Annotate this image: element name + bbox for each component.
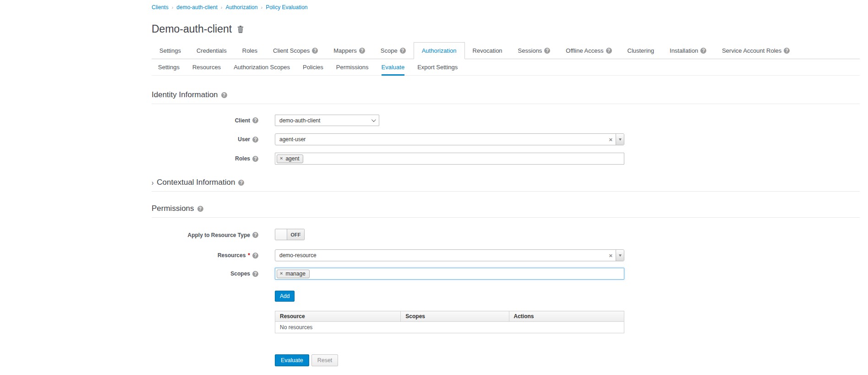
tab-mappers[interactable]: Mappers xyxy=(326,42,373,59)
table-header-row: Resource Scopes Actions xyxy=(275,311,624,322)
breadcrumb-link-clients[interactable]: Clients xyxy=(152,4,169,11)
evaluate-button[interactable]: Evaluate xyxy=(275,354,309,366)
no-resources-text: No resources xyxy=(275,322,624,333)
user-label: User xyxy=(152,136,258,143)
user-field-row: User agent-user xyxy=(152,133,860,145)
breadcrumb: Clients demo-auth-client Authorization P… xyxy=(152,0,860,11)
dropdown-button[interactable] xyxy=(616,134,624,145)
table-header-scopes: Scopes xyxy=(401,311,509,322)
help-icon[interactable] xyxy=(252,137,258,143)
tag-remove-icon[interactable] xyxy=(280,271,283,276)
caret-down-icon xyxy=(619,254,622,257)
policy-evaluation-page: Clients demo-auth-client Authorization P… xyxy=(0,0,868,375)
identity-information-header: Identity Information xyxy=(152,90,860,104)
tab-roles[interactable]: Roles xyxy=(235,42,265,59)
breadcrumb-link-client[interactable]: demo-auth-client xyxy=(176,4,217,11)
subtab-evaluate[interactable]: Evaluate xyxy=(375,59,411,75)
clear-icon[interactable] xyxy=(606,253,616,259)
scopes-field-row: Scopes manage xyxy=(152,268,860,280)
subtab-settings[interactable]: Settings xyxy=(152,59,186,75)
client-tabs: Settings Credentials Roles Client Scopes… xyxy=(152,42,860,59)
clear-icon[interactable] xyxy=(606,137,616,143)
subtab-permissions[interactable]: Permissions xyxy=(330,59,375,75)
roles-taginput[interactable]: agent xyxy=(275,153,624,165)
required-asterisk: * xyxy=(248,252,250,259)
user-combobox[interactable]: agent-user xyxy=(275,133,624,145)
role-tag-label: agent xyxy=(285,155,299,162)
breadcrumb-link-authorization[interactable]: Authorization xyxy=(225,4,257,11)
table-header-resource: Resource xyxy=(275,311,401,322)
apply-resource-type-toggle[interactable]: OFF xyxy=(275,229,305,240)
subtab-policies[interactable]: Policies xyxy=(296,59,330,75)
apply-resource-type-row: Apply to Resource Type OFF xyxy=(152,229,860,241)
page-title-text: Demo-auth-client xyxy=(152,23,232,35)
help-icon[interactable] xyxy=(252,271,258,277)
breadcrumb-separator-icon xyxy=(221,5,223,10)
tab-settings[interactable]: Settings xyxy=(152,42,189,59)
tab-sessions[interactable]: Sessions xyxy=(510,42,558,59)
breadcrumb-link-policy-evaluation[interactable]: Policy Evaluation xyxy=(266,4,307,11)
subtab-resources[interactable]: Resources xyxy=(186,59,227,75)
client-select-value: demo-auth-client xyxy=(279,117,320,124)
help-icon[interactable] xyxy=(221,92,227,98)
help-icon[interactable] xyxy=(252,253,258,259)
help-icon[interactable] xyxy=(544,48,550,54)
apply-resource-type-label: Apply to Resource Type xyxy=(152,232,258,238)
help-icon[interactable] xyxy=(197,206,203,212)
help-icon[interactable] xyxy=(252,117,258,123)
contextual-information-title: Contextual Information xyxy=(157,178,235,187)
help-icon[interactable] xyxy=(700,48,706,54)
contextual-information-header[interactable]: Contextual Information xyxy=(152,178,860,192)
resources-table: Resource Scopes Actions No resources xyxy=(275,311,624,333)
scopes-taginput[interactable]: manage xyxy=(275,268,624,280)
tab-credentials[interactable]: Credentials xyxy=(189,42,235,59)
help-icon[interactable] xyxy=(252,232,258,238)
permissions-title: Permissions xyxy=(152,204,194,213)
client-select[interactable]: demo-auth-client xyxy=(275,115,379,126)
resources-label: Resources * xyxy=(152,252,258,259)
breadcrumb-separator-icon xyxy=(261,5,262,10)
tag-remove-icon[interactable] xyxy=(280,156,283,161)
tab-client-scopes[interactable]: Client Scopes xyxy=(265,42,326,59)
delete-client-button[interactable] xyxy=(237,26,244,33)
toggle-state-label: OFF xyxy=(287,229,304,240)
roles-field-row: Roles agent xyxy=(152,153,860,165)
table-header-actions: Actions xyxy=(509,311,624,322)
identity-information-title: Identity Information xyxy=(152,90,218,99)
resources-field-row: Resources * demo-resource xyxy=(152,249,860,261)
subtab-export-settings[interactable]: Export Settings xyxy=(411,59,464,75)
caret-down-icon xyxy=(619,138,622,141)
roles-label: Roles xyxy=(152,155,258,162)
client-label: Client xyxy=(152,117,258,124)
chevron-down-icon xyxy=(371,117,376,122)
help-icon[interactable] xyxy=(238,180,244,186)
help-icon[interactable] xyxy=(312,48,318,54)
permissions-header: Permissions xyxy=(152,204,860,218)
trash-icon xyxy=(237,26,244,33)
no-resources-row: No resources xyxy=(275,322,624,333)
page-title: Demo-auth-client xyxy=(152,23,860,35)
scope-tag-label: manage xyxy=(285,270,305,277)
toggle-handle xyxy=(275,229,287,240)
tab-service-account-roles[interactable]: Service Account Roles xyxy=(714,42,797,59)
tab-installation[interactable]: Installation xyxy=(662,42,714,59)
scopes-label: Scopes xyxy=(152,270,258,277)
help-icon[interactable] xyxy=(606,48,612,54)
subtab-authorization-scopes[interactable]: Authorization Scopes xyxy=(227,59,296,75)
tab-revocation[interactable]: Revocation xyxy=(465,42,510,59)
client-field-row: Client demo-auth-client xyxy=(152,115,860,126)
help-icon[interactable] xyxy=(252,156,258,162)
tab-clustering[interactable]: Clustering xyxy=(620,42,662,59)
help-icon[interactable] xyxy=(784,48,790,54)
authorization-subtabs: Settings Resources Authorization Scopes … xyxy=(152,59,860,76)
resources-combobox[interactable]: demo-resource xyxy=(275,249,624,261)
reset-button[interactable]: Reset xyxy=(311,354,338,366)
user-combobox-value: agent-user xyxy=(275,136,606,143)
tab-scope[interactable]: Scope xyxy=(373,42,414,59)
help-icon[interactable] xyxy=(359,48,365,54)
help-icon[interactable] xyxy=(400,48,406,54)
dropdown-button[interactable] xyxy=(616,250,624,261)
tab-offline-access[interactable]: Offline Access xyxy=(558,42,619,59)
add-button[interactable]: Add xyxy=(275,291,295,302)
tab-authorization[interactable]: Authorization xyxy=(414,42,465,59)
